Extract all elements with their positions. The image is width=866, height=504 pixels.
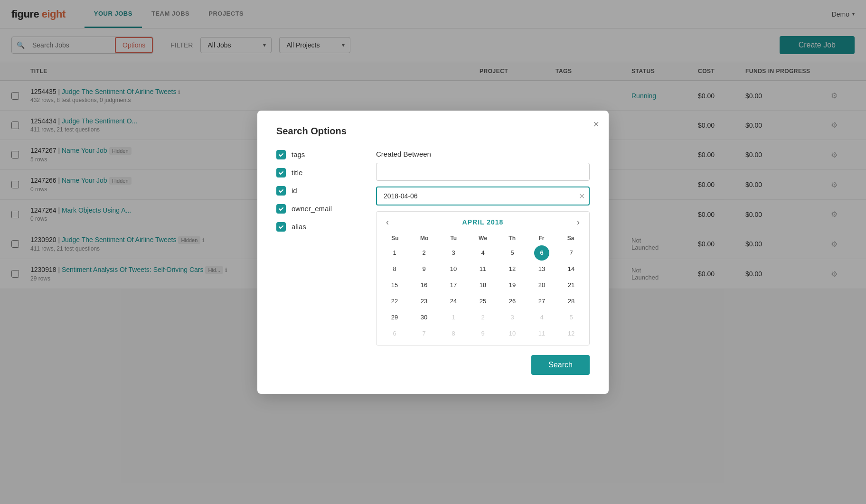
calendar-days: 1234567891011121314151617181920212223242… [380, 245, 585, 289]
date-from-input[interactable] [376, 163, 590, 181]
modal-close-button[interactable]: × [593, 119, 599, 130]
checkbox-alias[interactable]: alias [276, 222, 352, 232]
calendar-day[interactable]: 13 [534, 261, 549, 277]
weekday-we: We [468, 233, 498, 243]
date-to-wrap: ✕ [376, 187, 590, 205]
checkbox-alias-label: alias [292, 223, 306, 231]
calendar-day[interactable]: 21 [564, 278, 579, 289]
modal-overlay[interactable]: × Search Options tags [0, 0, 866, 289]
calendar-day[interactable]: 7 [564, 245, 579, 261]
weekday-th: Th [498, 233, 527, 243]
checkbox-tags[interactable]: tags [276, 150, 352, 159]
checkbox-tags-check [276, 150, 286, 159]
calendar-next-button[interactable]: › [575, 217, 582, 227]
calendar-day[interactable]: 6 [534, 245, 549, 261]
checkbox-list: tags title id [276, 150, 352, 289]
weekday-su: Su [380, 233, 410, 243]
calendar-weekdays: Su Mo Tu We Th Fr Sa [380, 233, 585, 243]
calendar-day[interactable]: 10 [446, 261, 461, 277]
checkbox-alias-check [276, 222, 286, 232]
weekday-fr: Fr [527, 233, 556, 243]
date-section: Created Between ✕ ‹ APRIL 2018 › [376, 150, 590, 289]
modal-title: Search Options [276, 126, 590, 137]
calendar-day[interactable]: 12 [505, 261, 520, 277]
checkbox-owner-email-label: owner_email [292, 205, 332, 213]
checkmark-icon [278, 170, 284, 176]
checkbox-title-label: title [292, 168, 302, 177]
checkbox-title[interactable]: title [276, 168, 352, 177]
checkbox-owner-email[interactable]: owner_email [276, 204, 352, 214]
date-clear-button[interactable]: ✕ [579, 191, 585, 200]
checkmark-icon [278, 152, 284, 158]
calendar-day[interactable]: 5 [505, 245, 520, 261]
calendar-day[interactable]: 17 [446, 278, 461, 289]
weekday-tu: Tu [439, 233, 468, 243]
calendar-day[interactable]: 19 [505, 278, 520, 289]
calendar-day[interactable]: 11 [475, 261, 490, 277]
search-options-modal: × Search Options tags [257, 111, 609, 289]
calendar-prev-button[interactable]: ‹ [384, 217, 391, 227]
calendar-day[interactable]: 9 [416, 261, 432, 277]
calendar-header: ‹ APRIL 2018 › [377, 212, 589, 233]
calendar-day[interactable]: 16 [416, 278, 432, 289]
checkmark-icon [278, 188, 284, 194]
calendar-day[interactable]: 3 [446, 245, 461, 261]
weekday-mo: Mo [410, 233, 439, 243]
calendar-day[interactable]: 8 [387, 261, 402, 277]
date-from-wrap [376, 163, 590, 181]
checkbox-id-check [276, 186, 286, 196]
calendar-grid: Su Mo Tu We Th Fr Sa 1234567891011121314… [377, 233, 589, 289]
checkbox-owner-email-check [276, 204, 286, 214]
calendar-day[interactable]: 1 [387, 245, 402, 261]
checkmark-icon [278, 224, 284, 230]
calendar-day[interactable]: 18 [475, 278, 490, 289]
weekday-sa: Sa [556, 233, 585, 243]
checkbox-title-check [276, 168, 286, 177]
calendar-month-label: APRIL 2018 [462, 218, 504, 226]
checkbox-id[interactable]: id [276, 186, 352, 196]
date-to-input[interactable] [376, 187, 590, 205]
calendar-day[interactable]: 2 [416, 245, 432, 261]
calendar-day[interactable]: 4 [475, 245, 490, 261]
calendar-day[interactable]: 15 [387, 278, 402, 289]
checkbox-id-label: id [292, 187, 297, 195]
checkmark-icon [278, 206, 284, 212]
modal-body: tags title id [276, 150, 590, 289]
checkbox-tags-label: tags [292, 150, 305, 159]
calendar-day[interactable]: 20 [534, 278, 549, 289]
calendar: ‹ APRIL 2018 › Su Mo Tu We Th Fr Sa [376, 211, 590, 289]
calendar-day[interactable]: 14 [564, 261, 579, 277]
created-between-label: Created Between [376, 150, 590, 158]
